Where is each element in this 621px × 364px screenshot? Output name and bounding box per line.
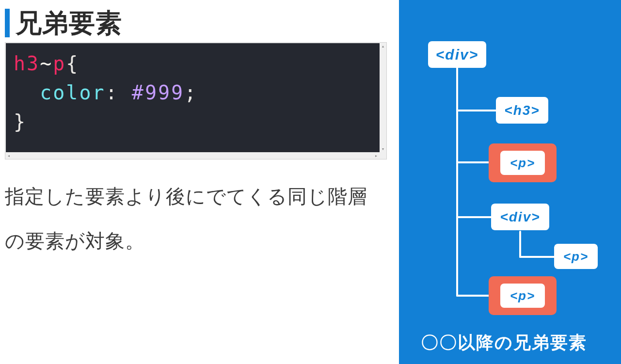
diagram-panel: <div> <h3> <p> <div> <p> <p> 〇〇以降の兄弟要素	[399, 0, 621, 364]
code-token-hash: #	[132, 81, 145, 104]
node-inner-div: <div>	[491, 204, 549, 230]
node-p-2: <p>	[500, 284, 545, 308]
node-p-highlight-1: <p>	[489, 143, 557, 182]
scroll-left-icon[interactable]: ◂	[5, 152, 12, 159]
description-text: 指定した要素より後にでてくる同じ階層の要素が対象。	[5, 174, 387, 263]
node-p-highlight-2: <p>	[489, 276, 557, 315]
horizontal-scrollbar[interactable]: ◂ ▸	[5, 152, 380, 159]
code-box: h3~p{ color: #999; } ▴ ▾ ◂ ▸	[5, 42, 387, 159]
diagram-caption: 〇〇以降の兄弟要素	[421, 331, 587, 355]
node-p-1: <p>	[500, 151, 545, 175]
scroll-up-icon[interactable]: ▴	[380, 43, 386, 49]
scrollbar-corner	[380, 152, 386, 159]
code-content: h3~p{ color: #999; }	[6, 43, 380, 152]
code-token-semicolon: ;	[184, 81, 197, 104]
code-token-tilde: ~	[40, 52, 53, 75]
code-token-selector-2: p	[53, 52, 66, 75]
node-h3: <h3>	[496, 97, 548, 124]
code-token-colon: :	[106, 81, 119, 104]
vertical-scrollbar[interactable]: ▴ ▾	[380, 43, 386, 152]
scroll-down-icon[interactable]: ▾	[380, 145, 386, 152]
code-token-brace-open: {	[66, 52, 79, 75]
scroll-right-icon[interactable]: ▸	[373, 152, 380, 159]
section-heading: 兄弟要素	[5, 9, 387, 37]
node-root-div: <div>	[428, 41, 486, 68]
code-token-property: color	[40, 81, 105, 104]
code-token-selector-1: h3	[14, 52, 40, 75]
left-column: 兄弟要素 h3~p{ color: #999; } ▴ ▾ ◂ ▸ 指定した要素…	[5, 0, 387, 364]
node-grandchild-p: <p>	[554, 244, 598, 269]
code-token-value: 999	[145, 81, 184, 104]
code-token-brace-close: }	[14, 111, 27, 133]
